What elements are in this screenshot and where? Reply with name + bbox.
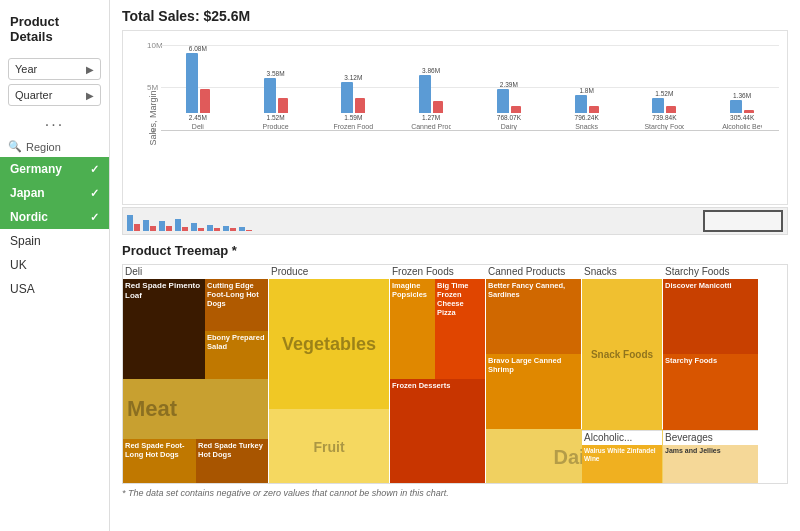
bar-snacks-blue bbox=[575, 95, 587, 113]
region-uk-label: UK bbox=[10, 258, 27, 272]
starchy-label: Starchy Foods bbox=[663, 265, 758, 278]
region-japan-label: Japan bbox=[10, 186, 45, 200]
bar-canned-red bbox=[433, 101, 443, 113]
alcoholic-section: Alcoholic... Walrus White Zinfandel Wine bbox=[582, 430, 662, 484]
region-item-germany[interactable]: Germany ✓ bbox=[0, 157, 109, 181]
bar-label-canned: Canned Prod... bbox=[411, 123, 451, 130]
bar-canned-blue bbox=[419, 75, 431, 113]
canned-label: Canned Products bbox=[486, 265, 581, 278]
region-item-spain[interactable]: Spain bbox=[0, 229, 109, 253]
fruit-label: Fruit bbox=[313, 439, 344, 455]
cell-text: Red Spade Turkey Hot Dogs bbox=[198, 441, 266, 459]
quarter-arrow-icon: ▶ bbox=[86, 90, 94, 101]
frozen-desserts-cell: Frozen Desserts bbox=[390, 379, 485, 484]
bar-chart: Sales, Margin 10M 5M 0 6.08M bbox=[122, 30, 788, 205]
cell-text: Red Spade Pimento Loaf bbox=[125, 281, 203, 300]
cell-text: Discover Manicotti bbox=[665, 281, 732, 290]
beverages-section: Beverages Jams and Jellies bbox=[663, 430, 758, 484]
search-icon: 🔍 bbox=[8, 140, 22, 153]
cell-text: Snack Foods bbox=[591, 349, 653, 360]
deli-footlong-cell: Red Spade Foot-Long Hot Dogs bbox=[123, 439, 196, 484]
canned-shrimp-cell: Bravo Large Canned Shrimp bbox=[486, 354, 581, 429]
cell-text: Bravo Large Canned Shrimp bbox=[488, 356, 579, 374]
frozen-section: Frozen Foods Imagine Popsicles Big Time … bbox=[390, 265, 485, 484]
cell-text: Better Fancy Canned, Sardines bbox=[488, 281, 579, 299]
bar-produce-red bbox=[278, 98, 288, 113]
quarter-filter[interactable]: Quarter ▶ bbox=[8, 84, 101, 106]
sidebar: Product Details Year ▶ Quarter ▶ ... 🔍 R… bbox=[0, 0, 110, 531]
deli-label: Deli bbox=[123, 265, 268, 278]
bar-snacks-red bbox=[589, 106, 599, 113]
deli-cutting-edge-cell: Cutting Edge Foot-Long Hot Dogs bbox=[205, 279, 268, 331]
bar-deli-red bbox=[200, 89, 210, 113]
treemap-title: Product Treemap * bbox=[122, 243, 788, 258]
cell-text: Frozen Desserts bbox=[392, 381, 450, 390]
produce-vegetables-cell: Vegetables bbox=[269, 279, 389, 409]
produce-section: Produce Vegetables Fruit bbox=[269, 265, 389, 484]
treemap-container: Deli Red Spade Pimento Loaf Cutting Edge… bbox=[122, 264, 788, 484]
region-item-uk[interactable]: UK bbox=[0, 253, 109, 277]
cell-text: Red Spade Foot-Long Hot Dogs bbox=[125, 441, 194, 459]
region-germany-label: Germany bbox=[10, 162, 62, 176]
frozen-pizza-cell: Big Time Frozen Cheese Pizza bbox=[435, 279, 485, 379]
japan-check-icon: ✓ bbox=[90, 187, 99, 200]
cell-text: Big Time Frozen Cheese Pizza bbox=[437, 281, 483, 317]
bar-alcoholic-red bbox=[744, 110, 754, 113]
chart-title: Total Sales: $25.6M bbox=[122, 8, 788, 24]
bar-group-snacks: 1.8M 796.24K Snacks bbox=[550, 87, 624, 130]
bar-group-starchy: 1.52M 739.84K Starchy Foods bbox=[628, 90, 702, 130]
cell-text: Walrus White Zinfandel Wine bbox=[584, 447, 660, 463]
cell-text: Imagine Popsicles bbox=[392, 281, 433, 299]
bar-label-frozen: Frozen Foods bbox=[333, 123, 373, 130]
cell-text: Cutting Edge Foot-Long Hot Dogs bbox=[207, 281, 266, 308]
bar-dairy-blue bbox=[497, 89, 509, 113]
starchy-section: Starchy Foods Discover Manicotti Starchy… bbox=[663, 265, 758, 430]
region-nordic-label: Nordic bbox=[10, 210, 48, 224]
mini-chart[interactable] bbox=[122, 207, 788, 235]
chart-note: * The data set contains negative or zero… bbox=[122, 488, 788, 498]
snacks-section: Snacks Snack Foods bbox=[582, 265, 662, 430]
beverages-label: Beverages bbox=[663, 431, 758, 444]
bar-frozen-blue bbox=[341, 82, 353, 113]
alcoholic-wine-cell: Walrus White Zinfandel Wine bbox=[582, 445, 662, 484]
year-filter-label: Year bbox=[15, 63, 37, 75]
deli-section: Deli Red Spade Pimento Loaf Cutting Edge… bbox=[123, 265, 268, 484]
bar-chart-section: Total Sales: $25.6M Sales, Margin 10M 5M… bbox=[122, 8, 788, 235]
bar-label-dairy: Dairy bbox=[501, 123, 517, 130]
region-item-japan[interactable]: Japan ✓ bbox=[0, 181, 109, 205]
region-search: 🔍 Region bbox=[0, 136, 109, 157]
cell-text: Jams and Jellies bbox=[665, 447, 721, 455]
mini-chart-handle[interactable] bbox=[703, 210, 783, 232]
produce-label: Produce bbox=[269, 265, 389, 278]
starchy-foods-cell: Starchy Foods bbox=[663, 354, 758, 430]
alcoholic-label: Alcoholic... bbox=[582, 431, 662, 444]
deli-pimento-cell: Red Spade Pimento Loaf bbox=[123, 279, 205, 379]
bar-dairy-red bbox=[511, 106, 521, 113]
bar-group-deli: 6.08M 2.45M Deli bbox=[161, 45, 235, 130]
bar-label-produce: Produce bbox=[263, 123, 289, 130]
bar-alcoholic-blue bbox=[730, 100, 742, 113]
year-filter[interactable]: Year ▶ bbox=[8, 58, 101, 80]
region-label-text: Region bbox=[26, 141, 61, 153]
bar-group-canned: 3.86M 1.27M Canned Prod... bbox=[394, 67, 468, 130]
region-item-nordic[interactable]: Nordic ✓ bbox=[0, 205, 109, 229]
bar-frozen-red bbox=[355, 98, 365, 113]
produce-fruit-cell: Fruit bbox=[269, 409, 389, 484]
region-item-usa[interactable]: USA bbox=[0, 277, 109, 301]
more-options-button[interactable]: ... bbox=[0, 112, 109, 130]
region-usa-label: USA bbox=[10, 282, 35, 296]
bar-group-produce: 3.58M 1.52M Produce bbox=[239, 70, 313, 130]
bar-produce-blue bbox=[264, 78, 276, 113]
deli-ebony-cell: Ebony Prepared Salad bbox=[205, 331, 268, 379]
treemap-section: Product Treemap * Deli Red Spade Pimento… bbox=[122, 243, 788, 498]
vegetables-label: Vegetables bbox=[282, 334, 376, 355]
cell-text: Ebony Prepared Salad bbox=[207, 333, 266, 351]
frozen-label: Frozen Foods bbox=[390, 265, 485, 278]
snacks-label: Snacks bbox=[582, 265, 662, 278]
frozen-popsicles-cell: Imagine Popsicles bbox=[390, 279, 435, 379]
germany-check-icon: ✓ bbox=[90, 163, 99, 176]
bar-starchy-blue bbox=[652, 98, 664, 113]
dots-label: ... bbox=[45, 112, 64, 130]
bar-group-alcoholic: 1.36M 305.44K Alcoholic Bev... bbox=[705, 92, 779, 130]
quarter-filter-label: Quarter bbox=[15, 89, 52, 101]
